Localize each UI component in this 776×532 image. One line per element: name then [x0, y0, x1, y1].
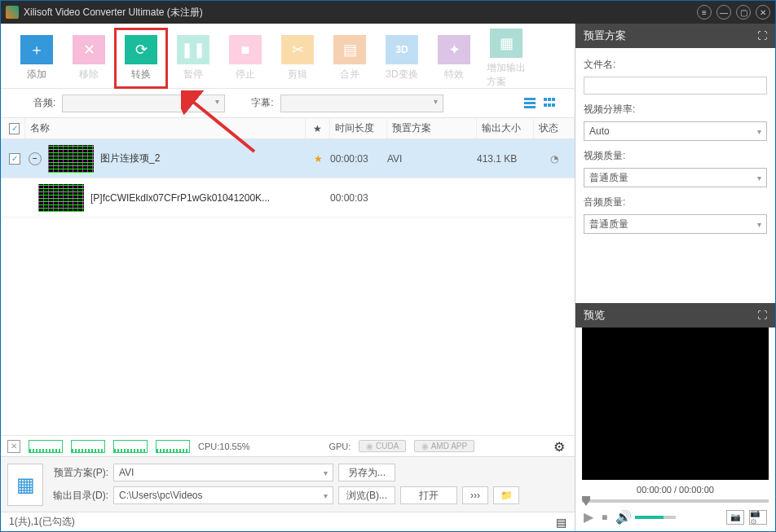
preview-viewport: [582, 328, 769, 480]
x-icon: ✕: [73, 35, 105, 64]
pause-label: 暂停: [183, 68, 203, 81]
cuda-button[interactable]: ◉ CUDA: [359, 440, 406, 452]
pause-icon: ❚❚: [177, 35, 209, 64]
column-status[interactable]: 状态: [534, 118, 575, 138]
profile-label: 预置方案(P):: [51, 466, 108, 480]
cpu-usage: CPU:10.55%: [198, 442, 250, 451]
play-icon[interactable]: ▶: [584, 509, 593, 525]
video-quality-select[interactable]: 普通质量: [584, 168, 767, 187]
gear-icon[interactable]: ⚙: [553, 439, 568, 454]
volume-slider[interactable]: [635, 516, 676, 519]
table-row[interactable]: [P]fcCWIEkdlx07CFrP1wGk01041200K... 00:0…: [1, 178, 575, 218]
threed-button[interactable]: 3D 3D变换: [382, 35, 421, 81]
thumbnail: [48, 145, 94, 173]
stop-preview-icon[interactable]: ■: [602, 512, 607, 523]
log-icon[interactable]: ▤: [556, 516, 567, 529]
table-row[interactable]: ✓ − 图片连接项_2 ★ 00:00:03 AVI 413.1 KB ◔: [1, 139, 575, 178]
amd-button[interactable]: ◉ AMD APP: [414, 440, 474, 452]
volume-icon[interactable]: 🔊: [615, 509, 632, 525]
audio-select[interactable]: [62, 95, 225, 112]
row-star-icon[interactable]: ★: [306, 153, 330, 165]
file-list: ✓ − 图片连接项_2 ★ 00:00:03 AVI 413.1 KB ◔ [P…: [1, 139, 575, 435]
output-dir-field[interactable]: C:\Users\pc\Videos: [113, 486, 333, 504]
column-star[interactable]: ★: [306, 118, 330, 138]
gpu-label: GPU:: [328, 442, 351, 451]
cpu-graph-icon: [29, 440, 63, 453]
column-name[interactable]: 名称: [25, 118, 306, 138]
thumbnail: [38, 184, 84, 212]
add-button[interactable]: ＋ 添加: [17, 35, 56, 81]
side-panel: 预置方案 ⛶ 文件名: 视频分辨率: Auto 视频质量: 普通质量 音频质量:…: [575, 24, 775, 531]
expand-icon[interactable]: ⛶: [757, 30, 767, 42]
column-duration[interactable]: 时间长度: [330, 118, 387, 138]
add-profile-label: 增加输出方案: [487, 61, 526, 89]
row-checkbox[interactable]: ✓: [9, 153, 20, 165]
pause-button[interactable]: ❚❚ 暂停: [174, 35, 213, 81]
output-dir-label: 输出目录(D):: [51, 489, 108, 503]
clip-label: 剪辑: [288, 68, 307, 81]
column-profile[interactable]: 预置方案: [387, 118, 477, 138]
scissors-icon: ✂: [281, 35, 314, 64]
row-name: [P]fcCWIEkdlx07CFrP1wGk01041200K...: [90, 192, 306, 204]
close-stats-icon[interactable]: ✕: [7, 440, 20, 453]
stop-label: 停止: [236, 68, 255, 81]
settings-window-button[interactable]: ≡: [697, 5, 712, 20]
subtitle-select[interactable]: [280, 95, 443, 112]
audio-quality-select[interactable]: 普通质量: [584, 214, 767, 234]
main-toolbar: ＋ 添加 ✕ 移除 ⟳ 转换 ❚❚ 暂停 ■ 停止: [1, 24, 575, 89]
snapshot-icon[interactable]: 📷: [726, 510, 744, 525]
cpu-graph-icon: [113, 440, 148, 453]
title-bar: Xilisoft Video Converter Ultimate (未注册) …: [1, 1, 775, 24]
stop-button[interactable]: ■ 停止: [226, 35, 265, 81]
profile-select[interactable]: AVI: [113, 464, 333, 481]
more-button[interactable]: ›››: [462, 486, 488, 504]
stats-bar: ✕ CPU:10.55% GPU: ◉ CUDA ◉ AMD APP ⚙: [1, 435, 575, 456]
maximize-button[interactable]: ▢: [736, 5, 751, 20]
filename-label: 文件名:: [584, 58, 767, 72]
saveas-button[interactable]: 另存为...: [338, 464, 395, 481]
output-config: ▦ 预置方案(P): AVI 另存为... 输出目录(D): C:\Users\…: [1, 456, 575, 512]
folder-icon[interactable]: 📁: [493, 486, 519, 504]
stop-icon: ■: [229, 35, 262, 64]
row-name: 图片连接项_2: [100, 152, 306, 165]
merge-button[interactable]: ▤ 合并: [330, 35, 369, 81]
filename-input[interactable]: [584, 77, 767, 95]
cpu-graph-icon: [156, 440, 190, 453]
document-icon: ▦: [490, 29, 522, 58]
app-logo-icon: [6, 6, 19, 19]
preview-time: 00:00:00 / 00:00:00: [575, 483, 775, 496]
expand-icon[interactable]: ⛶: [757, 310, 767, 321]
remove-button[interactable]: ✕ 移除: [69, 35, 108, 81]
audio-label: 音频:: [33, 96, 55, 110]
cpu-graph-icon: [71, 440, 105, 453]
threed-icon: 3D: [386, 35, 418, 64]
remove-label: 移除: [79, 68, 99, 81]
effects-label: 特效: [444, 68, 464, 81]
collapse-icon[interactable]: −: [29, 152, 42, 165]
select-all-checkbox[interactable]: ✓: [9, 123, 20, 134]
convert-button[interactable]: ⟳ 转换: [121, 35, 161, 81]
snapshot-settings-icon[interactable]: 📷⚙: [749, 510, 767, 525]
preview-panel-header: 预览 ⛶: [575, 303, 775, 328]
subtitle-label: 字幕:: [251, 96, 273, 110]
add-label: 添加: [27, 68, 46, 81]
open-button[interactable]: 打开: [400, 486, 457, 504]
preview-seek-slider[interactable]: [582, 499, 769, 503]
list-view-icon[interactable]: [524, 98, 539, 109]
clip-button[interactable]: ✂ 剪辑: [278, 35, 317, 81]
effects-button[interactable]: ✦ 特效: [434, 35, 474, 81]
status-bar: 1(共),1(已勾选) ▤: [1, 512, 575, 531]
profile-type-icon[interactable]: ▦: [7, 464, 43, 506]
minimize-button[interactable]: ―: [716, 5, 731, 20]
add-profile-button[interactable]: ▦ 增加输出方案: [487, 29, 526, 89]
column-size[interactable]: 输出大小: [477, 118, 534, 138]
grid-view-icon[interactable]: [544, 98, 558, 109]
browse-button[interactable]: 浏览(B)...: [338, 486, 395, 504]
row-duration: 00:00:03: [330, 192, 387, 204]
audio-subtitle-bar: 音频: 字幕:: [1, 89, 575, 118]
resolution-select[interactable]: Auto: [584, 121, 767, 141]
row-size: 413.1 KB: [477, 153, 534, 165]
close-button[interactable]: ✕: [756, 5, 770, 20]
profile-panel-header: 预置方案 ⛶: [575, 24, 775, 48]
wand-icon: ✦: [438, 35, 470, 64]
